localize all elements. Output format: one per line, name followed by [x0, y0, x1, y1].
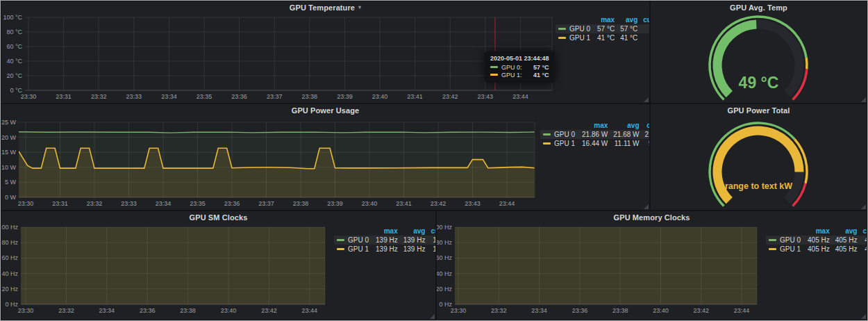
series-dash-icon [490, 74, 498, 76]
legend-table: maxavgcurrentGPU 021.86 W21.68 W21.77 WG… [540, 121, 649, 148]
svg-text:40 Hz: 40 Hz [437, 270, 452, 277]
legend-header-avg[interactable]: avg [833, 227, 860, 236]
svg-text:23:42: 23:42 [431, 200, 446, 207]
legend-header-spacer [556, 15, 594, 24]
legend-header-max[interactable]: max [594, 15, 617, 24]
svg-text:0 Hz: 0 Hz [439, 301, 452, 308]
legend-table: maxavgcurrentGPU 0139 Hz139 Hz139 HzGPU … [334, 227, 435, 254]
svg-text:23:43: 23:43 [478, 93, 494, 100]
svg-text:15 W: 15 W [1, 149, 16, 156]
gpu-sm-clocks-legend: maxavgcurrentGPU 0139 Hz139 Hz139 HzGPU … [334, 227, 435, 254]
legend-header-current[interactable]: current [860, 227, 867, 236]
panel-title-gpu-temperature[interactable]: GPU Temperature ▾ [1, 1, 649, 13]
legend-row: GPU 1405 Hz405 Hz405 Hz [766, 245, 867, 254]
svg-text:80 Hz: 80 Hz [437, 239, 452, 246]
legend-header-max[interactable]: max [805, 227, 833, 236]
gpu-power-total-gauge [651, 104, 867, 210]
legend-header-current[interactable]: current [642, 121, 649, 130]
legend-series-gpu-0[interactable]: GPU 0 [556, 24, 594, 33]
svg-text:23:37: 23:37 [258, 200, 274, 207]
svg-text:23:41: 23:41 [396, 200, 412, 207]
legend-header-current[interactable]: current [640, 15, 649, 24]
svg-text:60 Hz: 60 Hz [1, 254, 18, 261]
legend-value: 11.11 W [610, 139, 642, 148]
svg-text:23:42: 23:42 [694, 307, 710, 314]
legend-header-max[interactable]: max [373, 227, 401, 236]
svg-text:23:39: 23:39 [327, 200, 343, 207]
legend-header-max[interactable]: max [579, 121, 610, 130]
svg-text:23:31: 23:31 [56, 93, 72, 100]
dashboard-row-middle: GPU Power Usage 23:3023:3123:3223:3323:3… [1, 104, 867, 210]
svg-text:100 °C: 100 °C [3, 14, 22, 21]
legend-header-current[interactable]: current [428, 227, 435, 236]
svg-text:23:33: 23:33 [121, 200, 137, 207]
legend-series-gpu-1[interactable]: GPU 1 [540, 139, 579, 148]
legend-value: 21.77 W [642, 130, 649, 139]
svg-text:23:38: 23:38 [612, 307, 628, 314]
svg-text:23:41: 23:41 [407, 93, 423, 100]
legend-series-gpu-1[interactable]: GPU 1 [334, 245, 373, 254]
gpu-power-usage-chart[interactable]: 23:3023:3123:3223:3323:3423:3523:3623:37… [1, 104, 649, 210]
panel-title-gpu-sm-clocks[interactable]: GPU SM Clocks [1, 211, 435, 223]
panel-title-gpu-memory-clocks[interactable]: GPU Memory Clocks [437, 211, 867, 223]
panel-resize-handle[interactable] [861, 314, 866, 319]
svg-text:20 Hz: 20 Hz [1, 286, 18, 293]
legend-row: GPU 116.44 W11.11 W9.79 W [540, 139, 649, 148]
legend-series-gpu-1[interactable]: GPU 1 [766, 245, 805, 254]
legend-table: maxavgcurrentGPU 0405 Hz405 Hz405 HzGPU … [766, 227, 867, 254]
svg-text:23:40: 23:40 [372, 93, 388, 100]
legend-value: 405 Hz [833, 245, 860, 254]
panel-resize-handle[interactable] [430, 314, 435, 319]
svg-text:25 W: 25 W [1, 119, 16, 126]
panel-title-gpu-avg-temp[interactable]: GPU Avg. Temp [651, 1, 867, 13]
svg-text:40 °C: 40 °C [6, 58, 22, 65]
panel-title-gpu-power-usage[interactable]: GPU Power Usage [1, 104, 649, 116]
legend-row: GPU 0139 Hz139 Hz139 Hz [334, 236, 435, 245]
legend-row: GPU 057 °C57 °C57 °C [556, 24, 649, 33]
legend-row: GPU 141 °C41 °C41 °C [556, 33, 649, 42]
tooltip-series-label: GPU 1: [501, 72, 522, 79]
legend-value: 16.44 W [579, 139, 610, 148]
legend-header-avg[interactable]: avg [617, 15, 640, 24]
legend-header-avg[interactable]: avg [401, 227, 428, 236]
svg-text:23:43: 23:43 [465, 200, 481, 207]
panel-gpu-avg-temp: GPU Avg. Temp 49 °C [651, 1, 867, 103]
legend-value: 139 Hz [401, 236, 428, 245]
panel-resize-handle[interactable] [644, 204, 649, 209]
panel-title-text: GPU Power Usage [292, 106, 359, 115]
legend-row: GPU 0405 Hz405 Hz405 Hz [766, 236, 867, 245]
legend-series-gpu-0[interactable]: GPU 0 [540, 130, 579, 139]
legend-value: 139 Hz [428, 236, 435, 245]
legend-value: 21.68 W [610, 130, 642, 139]
svg-text:23:36: 23:36 [224, 200, 240, 207]
svg-text:23:42: 23:42 [261, 307, 277, 314]
panel-gpu-power-usage: GPU Power Usage 23:3023:3123:3223:3323:3… [1, 104, 649, 210]
svg-text:23:44: 23:44 [499, 200, 515, 207]
tooltip-series-value: 41 °C [533, 72, 549, 79]
svg-text:23:35: 23:35 [197, 93, 212, 100]
svg-text:23:32: 23:32 [91, 93, 107, 100]
legend-series-gpu-0[interactable]: GPU 0 [334, 236, 373, 245]
tooltip-series-value: 57 °C [533, 64, 549, 71]
panel-menu-caret-icon[interactable]: ▾ [358, 5, 361, 10]
panel-title-gpu-power-total[interactable]: GPU Power Total [651, 104, 867, 116]
series-dash-icon [337, 239, 344, 241]
svg-text:0 °C: 0 °C [10, 87, 22, 94]
legend-value: 139 Hz [428, 245, 435, 254]
legend-series-gpu-0[interactable]: GPU 0 [766, 236, 805, 245]
legend-row: GPU 021.86 W21.68 W21.77 W [540, 130, 649, 139]
legend-value: 139 Hz [373, 245, 401, 254]
legend-value: 57 °C [640, 24, 649, 33]
tooltip-row: GPU 0: 57 °C [490, 64, 549, 71]
dashboard-row-top: GPU Temperature ▾ 23:3023:3123:3223:3323… [1, 1, 867, 103]
svg-text:60 °C: 60 °C [6, 43, 22, 50]
svg-text:23:40: 23:40 [221, 307, 237, 314]
legend-header-spacer [766, 227, 805, 236]
panel-resize-handle[interactable] [644, 97, 649, 102]
gpu-power-usage-legend: maxavgcurrentGPU 021.86 W21.68 W21.77 WG… [540, 121, 649, 148]
panel-resize-handle[interactable] [861, 204, 866, 209]
legend-series-gpu-1[interactable]: GPU 1 [556, 33, 594, 42]
legend-header-avg[interactable]: avg [610, 121, 642, 130]
panel-title-text: GPU Temperature [290, 3, 355, 12]
panel-resize-handle[interactable] [861, 97, 866, 102]
